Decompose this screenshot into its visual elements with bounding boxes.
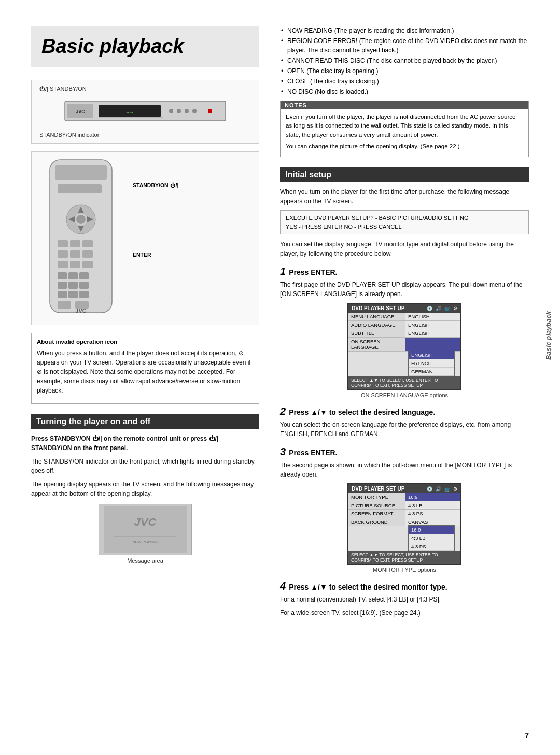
osd-monitor-image: DVD PLAYER SET UP 💿 🔊 📺 ⚙ MONITOR TYPE 1… bbox=[280, 483, 529, 573]
notes-content: Even if you turn off the player, the pla… bbox=[281, 109, 528, 157]
svg-rect-11 bbox=[50, 160, 112, 313]
page-title: Basic playback bbox=[31, 26, 259, 67]
step-1-number: 1 bbox=[280, 265, 286, 277]
svg-rect-30 bbox=[58, 272, 67, 279]
osd-cell-bg-value: CANVAS bbox=[405, 518, 460, 526]
osd-row-subtitle: SUBTITLE ENGLISH bbox=[348, 329, 460, 338]
standby-on-label: STANDBY/ON ⏻/| bbox=[133, 182, 178, 188]
messages-list: NOW READING (The player is reading the d… bbox=[280, 26, 529, 96]
initial-setup-body1: When you turn on the player for the firs… bbox=[280, 187, 529, 206]
svg-rect-21 bbox=[58, 240, 68, 247]
turning-body1: The STANDBY/ON indicator on the front pa… bbox=[31, 457, 259, 476]
svg-rect-44 bbox=[114, 535, 176, 535]
svg-rect-42 bbox=[104, 506, 187, 553]
message-area-box: JVC NOW PLAYING bbox=[99, 504, 192, 555]
osd-language-image: DVD PLAYER SET UP 💿 🔊 📺 ⚙ MENU LANGUAGE … bbox=[280, 303, 529, 398]
svg-rect-45 bbox=[114, 536, 176, 537]
step-3-number: 3 bbox=[280, 446, 286, 458]
osd-cell-menu-lang-label: MENU LANGUAGE bbox=[348, 313, 405, 320]
osd-cell-picture-value: 4:3 LB bbox=[405, 501, 460, 509]
osd-dropdown-container-1: ENGLISH FRENCH GERMAN bbox=[348, 351, 460, 376]
svg-rect-23 bbox=[82, 240, 93, 247]
osd-cell-onscreen-value bbox=[405, 338, 460, 351]
remote-control-image: JVC STANDBY/ON ⏻/| ENTER bbox=[31, 151, 259, 325]
turning-section-header: Turning the player on and off bbox=[31, 414, 259, 429]
turning-bold-text: Press STANDBY/ON ⏻/| on the remote contr… bbox=[31, 435, 218, 452]
svg-rect-32 bbox=[79, 272, 89, 279]
osd-cell-subtitle-label: SUBTITLE bbox=[348, 329, 405, 337]
step-1-header: 1 Press ENTER. bbox=[280, 265, 529, 277]
screen-box: EXECUTE DVD PLAYER SETUP? - BASIC PICTUR… bbox=[280, 210, 529, 234]
osd-cell-screen-label: SCREEN FORMAT bbox=[348, 510, 405, 518]
notes-header: NOTES bbox=[281, 101, 528, 109]
dropdown-item-english: ENGLISH bbox=[409, 351, 454, 359]
message-area-container: JVC NOW PLAYING Message area bbox=[31, 504, 259, 564]
icon-settings: ⚙ bbox=[453, 306, 457, 311]
step-2-title: Press ▲/▼ to select the desired language… bbox=[289, 408, 435, 416]
svg-rect-33 bbox=[58, 282, 67, 289]
step-4-number: 4 bbox=[280, 580, 286, 592]
svg-rect-36 bbox=[58, 291, 67, 298]
invalid-op-title: About invalid operation icon bbox=[37, 338, 254, 346]
step-4-title: Press ▲/▼ to select the desired monitor … bbox=[289, 583, 447, 591]
svg-rect-12 bbox=[55, 165, 107, 180]
bullet-item-1: NOW READING (The player is reading the d… bbox=[280, 26, 529, 35]
dropdown-item-french: FRENCH bbox=[409, 359, 454, 368]
initial-setup-header: Initial setup bbox=[280, 167, 529, 182]
osd-cell-monitor-value: 16:9 bbox=[405, 493, 460, 501]
osd-table-header-2: DVD PLAYER SET UP 💿 🔊 📺 ⚙ bbox=[348, 484, 460, 493]
step-2-header: 2 Press ▲/▼ to select the desired langua… bbox=[280, 406, 529, 417]
step-2-body: You can select the on-screen language fo… bbox=[280, 420, 529, 439]
screen-line2: YES - PRESS ENTER NO - PRESS CANCEL bbox=[286, 222, 523, 231]
step-3-body: The second page is shown, in which the p… bbox=[280, 460, 529, 479]
standby-label-top: ⏻/| STANDBY/ON bbox=[39, 86, 87, 92]
osd-cell-audio-lang-label: AUDIO LANGUAGE bbox=[348, 321, 405, 329]
osd-dropdown-1: ENGLISH FRENCH GERMAN bbox=[408, 351, 455, 376]
svg-rect-27 bbox=[58, 261, 68, 268]
svg-rect-29 bbox=[82, 261, 93, 268]
step-3-title: Press ENTER. bbox=[289, 449, 337, 457]
bullet-item-4: OPEN (The disc tray is opening.) bbox=[280, 66, 529, 76]
icon-video: 📺 bbox=[444, 306, 450, 311]
svg-text:JVC: JVC bbox=[134, 515, 157, 528]
remote-svg: JVC bbox=[37, 157, 125, 319]
osd-row-menu: MENU LANGUAGE ENGLISH bbox=[348, 313, 460, 321]
step-4-header: 4 Press ▲/▼ to select the desired monito… bbox=[280, 580, 529, 592]
osd-cell-bg-label: BACK GROUND bbox=[348, 518, 405, 526]
turning-body2: The opening display appears on the TV sc… bbox=[31, 480, 259, 498]
osd-row-audio: AUDIO LANGUAGE ENGLISH bbox=[348, 321, 460, 329]
svg-rect-39 bbox=[58, 301, 71, 309]
osd-icons-1: 💿 🔊 📺 ⚙ bbox=[427, 306, 457, 311]
icon-disc-2: 💿 bbox=[427, 486, 432, 492]
osd-title-1: DVD PLAYER SET UP bbox=[352, 305, 404, 311]
osd-footer-1: SELECT ▲▼ TO SELECT, USE ENTER TO CONFIR… bbox=[348, 376, 460, 389]
svg-point-5 bbox=[169, 109, 173, 113]
bullet-item-5: CLOSE (The disc tray is closing.) bbox=[280, 77, 529, 86]
notes-item-2: You can change the picture of the openin… bbox=[286, 142, 523, 151]
left-column: Basic playback ⏻/| STANDBY/ON JVC --:-- bbox=[31, 26, 259, 724]
dropdown-item-german: GERMAN bbox=[409, 368, 454, 376]
osd-row-onscreen: ON SCREEN LANGUAGE bbox=[348, 338, 460, 352]
turning-body-bold: Press STANDBY/ON ⏻/| on the remote contr… bbox=[31, 434, 259, 453]
osd-cell-picture-label: PICTURE SOURCE bbox=[348, 501, 405, 509]
step-4-body2: For a wide-screen TV, select [16:9]. (Se… bbox=[280, 608, 529, 618]
osd-language-table: DVD PLAYER SET UP 💿 🔊 📺 ⚙ MENU LANGUAGE … bbox=[347, 303, 461, 390]
svg-rect-22 bbox=[70, 240, 80, 247]
standby-indicator-label: STANDBY/ON indicator bbox=[39, 132, 99, 138]
svg-point-6 bbox=[177, 109, 181, 113]
svg-point-20 bbox=[76, 215, 86, 224]
osd-dropdown-2: 16:9 4:3 LB 4:3 PS bbox=[408, 525, 455, 551]
osd-footer-2: SELECT ▲▼ TO SELECT, USE ENTER TO CONFIR… bbox=[348, 551, 460, 564]
svg-rect-13 bbox=[58, 184, 102, 193]
svg-rect-25 bbox=[70, 250, 80, 258]
step-1-body: The first page of the DVD PLAYER SET UP … bbox=[280, 280, 529, 299]
svg-point-9 bbox=[208, 109, 212, 113]
osd-cell-audio-lang-value: ENGLISH bbox=[405, 321, 460, 329]
svg-rect-28 bbox=[70, 261, 80, 268]
svg-rect-26 bbox=[82, 250, 93, 258]
dropdown-item-43lb: 4:3 LB bbox=[409, 534, 454, 542]
svg-rect-38 bbox=[79, 291, 89, 298]
svg-text:JVC: JVC bbox=[76, 109, 85, 114]
icon-video-2: 📺 bbox=[444, 486, 450, 492]
svg-text:NOW PLAYING: NOW PLAYING bbox=[133, 540, 158, 544]
